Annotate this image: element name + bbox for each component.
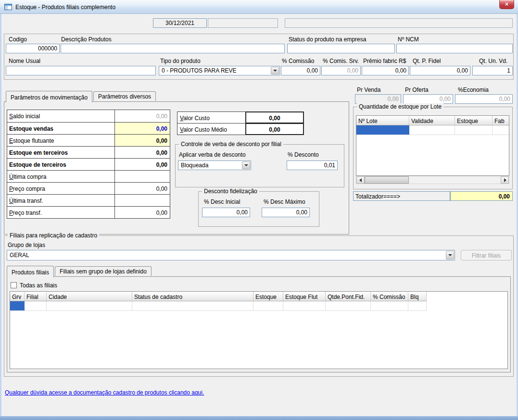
stock-row-value[interactable]: 0,00 [115,183,170,194]
filiais-cell[interactable] [371,301,408,311]
filiais-column-header[interactable]: Cidade [47,292,132,301]
movement-tabstrip: Parâmetros de movimentação Parâmetros di… [6,90,157,102]
stock-row: Estoque em terceiros0,00 [7,146,170,158]
tipo-produto-select[interactable]: 0 - PRODUTOS PARA REVE [159,66,280,75]
comissao-input[interactable]: 0,00 [281,66,320,75]
lote-cell[interactable] [356,125,409,135]
valor-custo-input[interactable]: 0,00 [245,111,304,124]
stock-row-value[interactable]: 0,00 [115,147,170,158]
nome-usual-input[interactable] [6,66,156,75]
stock-row-value[interactable]: 0,00 [115,207,170,218]
comis-srv-label: % Comis. Srv. [323,58,359,64]
premio-input[interactable]: 0,00 [362,66,409,75]
economia-label: %Economia [458,87,489,93]
stock-row-value[interactable] [115,171,170,182]
stock-row-label: Estoque de terceiros [7,159,115,170]
lote-table-header: Nº LoteValidadeEstoqueFab [356,116,509,125]
status-input[interactable] [287,44,395,53]
filiais-column-header[interactable]: Grv [10,292,25,301]
lote-hscrollbar[interactable] [356,176,509,184]
totalizador-label: Totalizador====> [353,191,450,201]
filiais-column-header[interactable]: Estoque Flut [283,292,326,301]
window-title: Estoque - Produtos filiais complemento [15,4,115,11]
window: Estoque - Produtos filiais complemento ×… [0,0,518,420]
desc-maximo-input[interactable]: 0,00 [262,208,310,217]
grupo-lojas-select[interactable]: GERAL [7,250,455,260]
lote-column-header[interactable]: Estoque [455,116,493,125]
desconto-label: % Desconto [288,152,319,158]
lote-column-header[interactable]: Validade [409,116,455,125]
filiais-column-header[interactable]: Status de cadastro [132,292,253,301]
tab-parametros-diversos[interactable]: Parâmetros diversos [93,91,156,101]
todas-filiais-checkbox-label[interactable]: Todas as filiais [20,283,57,289]
stock-row-value[interactable]: 0,00 [115,123,170,134]
aplicar-verba-dropdown-button[interactable] [242,161,250,169]
lote-column-header[interactable]: Nº Lote [356,116,409,125]
desconto-input[interactable]: 0,01 [287,161,338,170]
filiais-cell[interactable] [47,301,132,311]
filiais-column-header[interactable]: Blq [408,292,427,301]
filiais-column-header[interactable]: % Comissão [371,292,408,301]
economia-input[interactable]: 0,00 [455,94,513,104]
stock-row-label: Preço transf. [7,207,115,218]
pr-oferta-input[interactable]: 0,00 [403,94,453,104]
stock-row-value[interactable] [115,195,170,206]
scrollbar-thumb[interactable] [365,176,409,184]
lote-cell[interactable] [409,125,455,135]
scroll-right-button[interactable] [501,176,509,184]
qt-p-fidel-input[interactable]: 0,00 [410,66,470,75]
window-border [0,416,518,420]
filiais-cell[interactable] [132,301,253,311]
qt-p-fidel-label: Qt. P. Fidel [413,58,441,64]
aplicar-verba-select[interactable]: Bloqueada [178,161,251,170]
qt-un-vd-input[interactable]: 1 [472,66,513,75]
date-field[interactable]: 30/12/2021 [153,18,207,28]
grupo-lojas-dropdown-button[interactable] [446,251,454,259]
stock-row-value[interactable]: 0,00 [115,135,170,146]
filiais-cell[interactable] [253,301,283,311]
filtrar-filiais-button[interactable]: Filtrar filiais [461,250,512,260]
codigo-input[interactable]: 000000 [6,44,60,53]
stock-row-value[interactable]: 0,00 [115,159,170,170]
desc-inicial-input[interactable]: 0,00 [202,208,250,217]
descricao-input[interactable] [61,44,285,53]
verba-group-title: Controle de verba de desconto por filial [179,141,283,148]
ncm-input[interactable] [396,44,513,53]
tab-filiais-sem-grupo[interactable]: Filiais sem grupo de lojas definido [55,266,152,276]
close-button[interactable]: × [499,0,514,9]
filiais-cell[interactable] [408,301,427,311]
filiais-column-header[interactable]: Estoque [253,292,283,301]
stock-row: Saldo inicial0,00 [7,110,170,122]
tab-parametros-movimentacao[interactable]: Parâmetros de movimentação [6,91,92,102]
tipo-produto-value: 0 - PRODUTOS PARA REVE [162,67,237,74]
filiais-cell[interactable] [25,301,47,311]
lote-cell[interactable] [455,125,493,135]
header-field-3[interactable] [285,18,513,28]
filiais-tabstrip: Produtos filiais Filiais sem grupo de lo… [7,265,152,277]
ncm-label: Nº NCM [398,37,419,43]
lote-column-header[interactable]: Fab [493,116,509,125]
documentation-link[interactable]: Qualquer dúvida acesse a documentação ca… [5,389,204,396]
filiais-column-header[interactable]: Qtde.Pont.Fid. [326,292,371,301]
filiais-cell[interactable] [326,301,371,311]
valor-custo-medio-input[interactable]: 0,00 [245,123,304,135]
filiais-cell[interactable] [10,301,25,311]
comis-srv-input: 0,00 [321,66,361,75]
stock-row: Estoque vendas0,00 [7,122,170,134]
descricao-label: Descrição Produtos [61,37,112,43]
arrow-left-icon [359,178,362,182]
todas-filiais-checkbox[interactable] [11,282,17,288]
scroll-left-button[interactable] [356,176,365,184]
filiais-cell[interactable] [283,301,326,311]
codigo-label: Codigo [9,37,27,43]
grupo-lojas-value: GERAL [10,252,29,259]
pr-venda-label: Pr Venda [357,87,380,93]
filiais-group-title: Filiais para replicação de cadastro [8,232,99,239]
pr-venda-input: 0,00 [355,94,401,104]
tab-produtos-filiais[interactable]: Produtos filiais [7,266,54,277]
header-field-2[interactable] [208,18,278,28]
filiais-column-header[interactable]: Filial [25,292,47,301]
lote-cell[interactable] [493,125,509,135]
stock-row-label: Estoque flutuante [7,135,115,146]
tipo-produto-dropdown-button[interactable] [271,67,279,74]
